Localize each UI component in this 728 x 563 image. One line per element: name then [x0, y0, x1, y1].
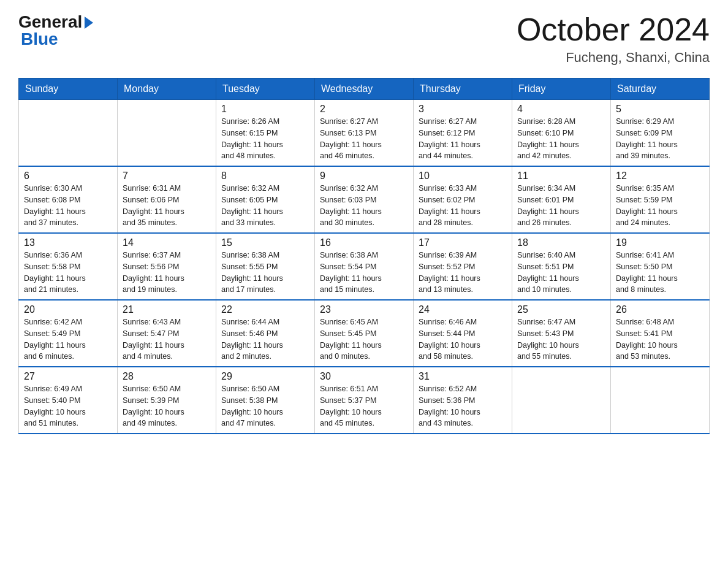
day-number: 20	[24, 304, 112, 315]
table-row	[512, 367, 611, 434]
table-row: 23Sunrise: 6:45 AMSunset: 5:45 PMDayligh…	[315, 300, 414, 367]
calendar-table: Sunday Monday Tuesday Wednesday Thursday…	[18, 78, 710, 434]
header-sunday: Sunday	[19, 79, 118, 100]
table-row: 3Sunrise: 6:27 AMSunset: 6:12 PMDaylight…	[414, 100, 512, 167]
calendar-week-row: 20Sunrise: 6:42 AMSunset: 5:49 PMDayligh…	[19, 300, 710, 367]
day-info: Sunrise: 6:43 AMSunset: 5:47 PMDaylight:…	[123, 316, 211, 362]
day-number: 29	[221, 371, 309, 382]
day-info: Sunrise: 6:37 AMSunset: 5:56 PMDaylight:…	[123, 250, 211, 296]
day-info: Sunrise: 6:46 AMSunset: 5:44 PMDaylight:…	[419, 316, 507, 362]
table-row: 8Sunrise: 6:32 AMSunset: 6:05 PMDaylight…	[216, 166, 315, 233]
table-row: 28Sunrise: 6:50 AMSunset: 5:39 PMDayligh…	[118, 367, 216, 434]
day-number: 22	[221, 304, 309, 315]
day-number: 25	[517, 304, 605, 315]
table-row: 11Sunrise: 6:34 AMSunset: 6:01 PMDayligh…	[512, 166, 611, 233]
day-number: 27	[24, 371, 112, 382]
day-number: 18	[517, 237, 605, 248]
day-info: Sunrise: 6:52 AMSunset: 5:36 PMDaylight:…	[419, 383, 507, 429]
day-info: Sunrise: 6:34 AMSunset: 6:01 PMDaylight:…	[517, 183, 605, 229]
table-row	[611, 367, 710, 434]
day-number: 10	[419, 170, 507, 182]
page-header: General Blue October 2024 Fucheng, Shanx…	[18, 12, 710, 66]
table-row: 19Sunrise: 6:41 AMSunset: 5:50 PMDayligh…	[611, 233, 710, 300]
day-number: 7	[123, 170, 211, 182]
month-title: October 2024	[517, 12, 710, 47]
day-info: Sunrise: 6:48 AMSunset: 5:41 PMDaylight:…	[616, 316, 704, 362]
table-row: 13Sunrise: 6:36 AMSunset: 5:58 PMDayligh…	[19, 233, 118, 300]
day-number: 24	[419, 304, 507, 315]
day-info: Sunrise: 6:51 AMSunset: 5:37 PMDaylight:…	[320, 383, 408, 429]
table-row: 12Sunrise: 6:35 AMSunset: 5:59 PMDayligh…	[611, 166, 710, 233]
table-row: 20Sunrise: 6:42 AMSunset: 5:49 PMDayligh…	[19, 300, 118, 367]
logo: General Blue	[18, 12, 93, 49]
day-info: Sunrise: 6:41 AMSunset: 5:50 PMDaylight:…	[616, 250, 704, 296]
table-row: 16Sunrise: 6:38 AMSunset: 5:54 PMDayligh…	[315, 233, 414, 300]
table-row: 17Sunrise: 6:39 AMSunset: 5:52 PMDayligh…	[414, 233, 512, 300]
day-info: Sunrise: 6:45 AMSunset: 5:45 PMDaylight:…	[320, 316, 408, 362]
day-number: 31	[419, 371, 507, 382]
day-number: 19	[616, 237, 704, 248]
calendar-week-row: 6Sunrise: 6:30 AMSunset: 6:08 PMDaylight…	[19, 166, 710, 233]
day-number: 3	[419, 104, 507, 115]
day-info: Sunrise: 6:27 AMSunset: 6:13 PMDaylight:…	[320, 116, 408, 162]
day-info: Sunrise: 6:36 AMSunset: 5:58 PMDaylight:…	[24, 250, 112, 296]
day-info: Sunrise: 6:38 AMSunset: 5:55 PMDaylight:…	[221, 250, 309, 296]
day-number: 6	[24, 170, 112, 182]
day-info: Sunrise: 6:50 AMSunset: 5:39 PMDaylight:…	[123, 383, 211, 429]
table-row: 25Sunrise: 6:47 AMSunset: 5:43 PMDayligh…	[512, 300, 611, 367]
table-row: 21Sunrise: 6:43 AMSunset: 5:47 PMDayligh…	[118, 300, 216, 367]
day-info: Sunrise: 6:49 AMSunset: 5:40 PMDaylight:…	[24, 383, 112, 429]
header-thursday: Thursday	[414, 79, 512, 100]
day-info: Sunrise: 6:40 AMSunset: 5:51 PMDaylight:…	[517, 250, 605, 296]
day-info: Sunrise: 6:26 AMSunset: 6:15 PMDaylight:…	[221, 116, 309, 162]
header-monday: Monday	[118, 79, 216, 100]
logo-arrow-icon	[85, 17, 93, 29]
calendar-header-row: Sunday Monday Tuesday Wednesday Thursday…	[19, 79, 710, 100]
day-info: Sunrise: 6:47 AMSunset: 5:43 PMDaylight:…	[517, 316, 605, 362]
header-tuesday: Tuesday	[216, 79, 315, 100]
table-row: 5Sunrise: 6:29 AMSunset: 6:09 PMDaylight…	[611, 100, 710, 167]
day-info: Sunrise: 6:33 AMSunset: 6:02 PMDaylight:…	[419, 183, 507, 229]
day-number: 14	[123, 237, 211, 248]
day-number: 28	[123, 371, 211, 382]
title-block: October 2024 Fucheng, Shanxi, China	[517, 12, 710, 66]
header-saturday: Saturday	[611, 79, 710, 100]
table-row: 27Sunrise: 6:49 AMSunset: 5:40 PMDayligh…	[19, 367, 118, 434]
day-number: 21	[123, 304, 211, 315]
day-number: 8	[221, 170, 309, 182]
day-info: Sunrise: 6:29 AMSunset: 6:09 PMDaylight:…	[616, 116, 704, 162]
table-row: 15Sunrise: 6:38 AMSunset: 5:55 PMDayligh…	[216, 233, 315, 300]
table-row: 24Sunrise: 6:46 AMSunset: 5:44 PMDayligh…	[414, 300, 512, 367]
table-row: 1Sunrise: 6:26 AMSunset: 6:15 PMDaylight…	[216, 100, 315, 167]
table-row: 10Sunrise: 6:33 AMSunset: 6:02 PMDayligh…	[414, 166, 512, 233]
day-info: Sunrise: 6:30 AMSunset: 6:08 PMDaylight:…	[24, 183, 112, 229]
day-info: Sunrise: 6:32 AMSunset: 6:05 PMDaylight:…	[221, 183, 309, 229]
calendar-week-row: 27Sunrise: 6:49 AMSunset: 5:40 PMDayligh…	[19, 367, 710, 434]
day-number: 5	[616, 104, 704, 115]
table-row: 2Sunrise: 6:27 AMSunset: 6:13 PMDaylight…	[315, 100, 414, 167]
day-number: 26	[616, 304, 704, 315]
table-row: 9Sunrise: 6:32 AMSunset: 6:03 PMDaylight…	[315, 166, 414, 233]
table-row: 7Sunrise: 6:31 AMSunset: 6:06 PMDaylight…	[118, 166, 216, 233]
day-info: Sunrise: 6:44 AMSunset: 5:46 PMDaylight:…	[221, 316, 309, 362]
table-row: 4Sunrise: 6:28 AMSunset: 6:10 PMDaylight…	[512, 100, 611, 167]
day-number: 2	[320, 104, 408, 115]
day-info: Sunrise: 6:32 AMSunset: 6:03 PMDaylight:…	[320, 183, 408, 229]
calendar-week-row: 1Sunrise: 6:26 AMSunset: 6:15 PMDaylight…	[19, 100, 710, 167]
day-number: 13	[24, 237, 112, 248]
day-info: Sunrise: 6:50 AMSunset: 5:38 PMDaylight:…	[221, 383, 309, 429]
logo-blue-text: Blue	[18, 29, 58, 49]
day-number: 30	[320, 371, 408, 382]
day-number: 11	[517, 170, 605, 182]
day-info: Sunrise: 6:31 AMSunset: 6:06 PMDaylight:…	[123, 183, 211, 229]
table-row: 31Sunrise: 6:52 AMSunset: 5:36 PMDayligh…	[414, 367, 512, 434]
day-info: Sunrise: 6:35 AMSunset: 5:59 PMDaylight:…	[616, 183, 704, 229]
day-number: 4	[517, 104, 605, 115]
table-row: 30Sunrise: 6:51 AMSunset: 5:37 PMDayligh…	[315, 367, 414, 434]
day-number: 12	[616, 170, 704, 182]
header-wednesday: Wednesday	[315, 79, 414, 100]
day-info: Sunrise: 6:28 AMSunset: 6:10 PMDaylight:…	[517, 116, 605, 162]
table-row: 22Sunrise: 6:44 AMSunset: 5:46 PMDayligh…	[216, 300, 315, 367]
day-number: 1	[221, 104, 309, 115]
table-row: 18Sunrise: 6:40 AMSunset: 5:51 PMDayligh…	[512, 233, 611, 300]
